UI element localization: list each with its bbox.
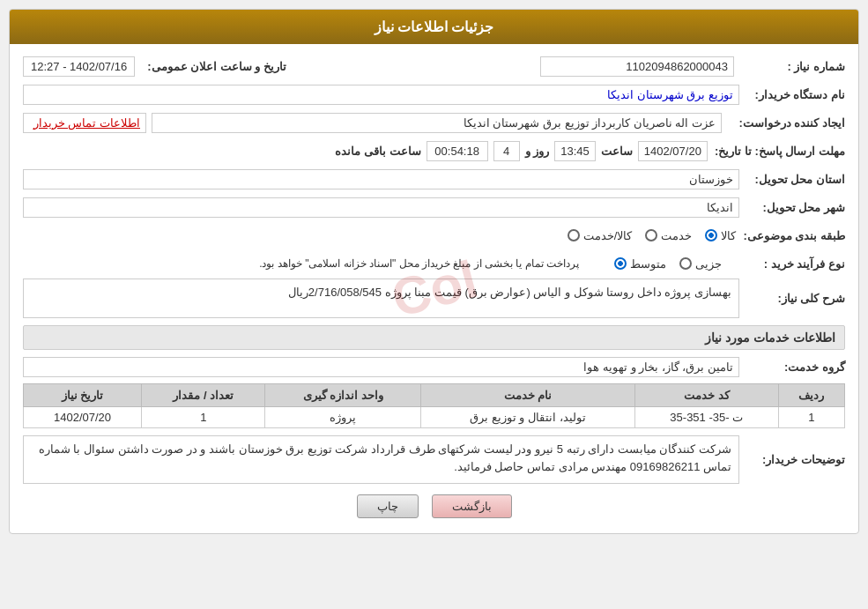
cell-service: تولید، انتقال و توزیع برق [421, 407, 635, 428]
category-kala-khidmat: کالا/خدمت [568, 229, 633, 242]
category-khidmat-radio[interactable] [645, 229, 657, 241]
general-desc-label: شرح کلی نیاز: [739, 292, 845, 305]
buyer-desc-value: شرکت کنندگان میابست دارای رتبه 5 نیرو ود… [23, 435, 739, 484]
col-unit: واحد اندازه گیری [265, 384, 421, 407]
creator-value: عزت اله ناصریان کاربرداز توزیع برق شهرست… [152, 113, 722, 133]
purchase-jozi: جزیی [679, 257, 722, 271]
buyer-station-label: نام دستگاه خریدار: [739, 88, 845, 101]
remaining-value: 00:54:18 [427, 141, 488, 161]
need-number-label: شماره نیاز : [739, 60, 845, 73]
page-wrapper: جزئیات اطلاعات نیاز Col شماره نیاز : 110… [0, 0, 868, 609]
category-kala-khidmat-radio[interactable] [568, 229, 580, 241]
category-kala-label: کالا [721, 229, 736, 242]
table-row: 1 ت -35- 351-35 تولید، انتقال و توزیع بر… [24, 407, 845, 428]
send-date-day: 4 [493, 141, 520, 161]
cell-qty: 1 [142, 407, 265, 428]
service-group-value: تامین برق، گاز، بخار و تهویه هوا [23, 357, 739, 377]
main-card: جزئیات اطلاعات نیاز Col شماره نیاز : 110… [9, 9, 859, 534]
purchase-motavaset-label: متوسط [630, 257, 666, 271]
category-options: کالا/خدمت خدمت کالا [568, 229, 737, 242]
service-group-label: گروه خدمت: [739, 360, 845, 374]
creator-label: ایجاد کننده درخواست: [722, 116, 845, 130]
col-date: تاریخ نیاز [24, 384, 142, 407]
header-title: جزئیات اطلاعات نیاز [375, 19, 494, 34]
purchase-label: نوع فرآیند خرید : [739, 257, 845, 271]
send-date-time-label: ساعت [601, 145, 633, 158]
purchase-motavaset-radio[interactable] [614, 257, 627, 270]
print-button[interactable]: چاپ [357, 494, 419, 518]
category-kala-khidmat-label: کالا/خدمت [583, 229, 633, 242]
purchase-jozi-radio[interactable] [679, 257, 692, 270]
send-date-day-label: روز و [525, 145, 550, 158]
send-date-date: 1402/07/20 [638, 141, 708, 161]
announce-label: تاریخ و ساعت اعلان عمومی: [140, 60, 286, 73]
province-value: خوزستان [23, 169, 739, 189]
category-kala: کالا [705, 229, 736, 242]
buyer-station-row: نام دستگاه خریدار: توزیع برق شهرستان اند… [23, 83, 845, 106]
category-kala-radio[interactable] [705, 229, 717, 241]
general-desc-row: شرح کلی نیاز: بهسازی پروژه داخل روستا شو… [23, 279, 845, 318]
send-date-time: 13:45 [554, 141, 596, 161]
buyer-desc-label: توضیحات خریدار: [739, 453, 845, 466]
category-row: طبقه بندی موضوعی: کالا/خدمت خدمت کالا [23, 224, 845, 247]
contact-link[interactable]: اطلاعات تماس خریدار [23, 113, 146, 133]
city-value: اندیکا [23, 197, 739, 218]
send-date-label: مهلت ارسال پاسخ: تا تاریخ: [708, 145, 845, 158]
col-code: کد خدمت [634, 384, 778, 407]
province-row: استان محل تحویل: خوزستان [23, 167, 845, 190]
remaining-label: ساعت باقی مانده [335, 145, 420, 158]
city-row: شهر محل تحویل: اندیکا [23, 196, 845, 219]
back-button[interactable]: بازگشت [432, 494, 512, 518]
services-table: ردیف کد خدمت نام خدمت واحد اندازه گیری ت… [23, 383, 845, 428]
purchase-row: نوع فرآیند خرید : متوسط جزیی پرداخت تمام… [23, 252, 845, 275]
category-khidmat: خدمت [645, 229, 692, 242]
card-body: Col شماره نیاز : 1102094862000043 تاریخ … [10, 44, 858, 533]
col-row: ردیف [778, 384, 844, 407]
category-label: طبقه بندی موضوعی: [736, 229, 845, 242]
cell-unit: پروژه [265, 407, 421, 428]
purchase-motavaset: متوسط [614, 257, 666, 271]
buyer-station-value: توزیع برق شهرستان اندیکا [23, 85, 739, 105]
purchase-jozi-label: جزیی [695, 257, 722, 271]
purchase-note: پرداخت تمام یا بخشی از مبلغ خریداز محل "… [259, 257, 579, 270]
col-service: نام خدمت [421, 384, 635, 407]
cell-row: 1 [778, 407, 844, 428]
card-header: جزئیات اطلاعات نیاز [10, 10, 858, 44]
send-date-row: مهلت ارسال پاسخ: تا تاریخ: 1402/07/20 سا… [23, 139, 845, 162]
purchase-options: متوسط جزیی [614, 257, 722, 271]
province-label: استان محل تحویل: [739, 173, 845, 186]
category-khidmat-label: خدمت [661, 229, 692, 242]
creator-row: ایجاد کننده درخواست: عزت اله ناصریان کار… [23, 111, 845, 134]
city-label: شهر محل تحویل: [739, 201, 845, 214]
cell-code: ت -35- 351-35 [634, 407, 778, 428]
general-desc-value: بهسازی پروژه داخل روستا شوکل و الیاس (عو… [23, 279, 739, 318]
cell-date: 1402/07/20 [24, 407, 142, 428]
table-body: 1 ت -35- 351-35 تولید، انتقال و توزیع بر… [24, 407, 845, 428]
need-number-value: 1102094862000043 [540, 56, 734, 77]
services-section: اطلاعات خدمات مورد نیاز [23, 325, 845, 350]
service-group-row: گروه خدمت: تامین برق، گاز، بخار و تهویه … [23, 355, 845, 378]
need-number-row: شماره نیاز : 1102094862000043 تاریخ و سا… [23, 55, 845, 78]
buyer-desc-row: توضیحات خریدار: شرکت کنندگان میابست دارا… [23, 435, 845, 484]
table-header-row: ردیف کد خدمت نام خدمت واحد اندازه گیری ت… [24, 384, 845, 407]
col-qty: تعداد / مقدار [142, 384, 265, 407]
announce-value: 1402/07/16 - 12:27 [23, 56, 135, 77]
buttons-row: بازگشت چاپ [23, 494, 845, 518]
